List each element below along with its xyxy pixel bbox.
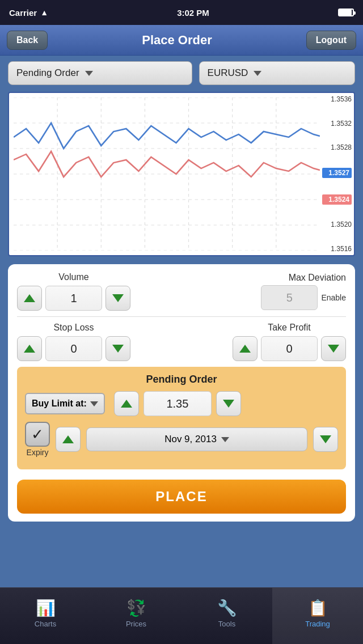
arrow-up-icon <box>239 345 251 353</box>
arrow-down-icon <box>112 294 124 302</box>
take-profit-group: Take Profit <box>233 323 346 361</box>
battery-icon <box>338 9 354 16</box>
volume-label: Volume <box>58 272 88 282</box>
pending-order-section: Pending Order Buy Limit at: ✓ <box>17 367 346 469</box>
arrow-up-icon <box>24 294 35 302</box>
arrow-up-icon <box>121 400 132 408</box>
expiry-checkbox-container: ✓ Expiry <box>25 422 50 457</box>
volume-stepper <box>17 286 130 311</box>
logout-button[interactable]: Logout <box>306 31 356 50</box>
stop-loss-up-button[interactable] <box>17 336 42 361</box>
chart-label-ask: 1.3527 <box>322 168 352 178</box>
arrow-down-icon <box>320 435 331 443</box>
status-bar: Carrier ▲ 3:02 PM <box>0 0 363 25</box>
tab-trading-label: Trading <box>305 620 330 628</box>
prices-icon: 💱 <box>126 599 146 617</box>
date-chevron-down-icon <box>221 437 229 442</box>
chart-labels: 1.3536 1.3532 1.3528 1.3527 1.3524 1.352… <box>320 93 354 255</box>
volume-down-button[interactable] <box>105 286 130 311</box>
page-title: Place Order <box>142 33 212 48</box>
time-label: 3:02 PM <box>177 8 209 18</box>
volume-maxdev-row: Volume Max Deviation Enable <box>17 272 346 311</box>
checkmark-icon: ✓ <box>31 426 44 443</box>
stop-loss-group: Stop Loss <box>17 323 130 361</box>
max-deviation-group: Max Deviation Enable <box>261 273 346 310</box>
tab-tools[interactable]: 🔧 Tools <box>182 588 272 644</box>
take-profit-stepper <box>233 336 346 361</box>
enable-label: Enable <box>321 293 346 302</box>
trading-icon: 📋 <box>308 599 328 617</box>
pending-order-title: Pending Order <box>25 374 338 385</box>
wifi-icon: ▲ <box>40 8 48 17</box>
take-profit-down-button[interactable] <box>321 336 346 361</box>
take-profit-label: Take Profit <box>268 323 311 333</box>
stop-loss-down-button[interactable] <box>105 336 130 361</box>
tab-charts[interactable]: 📊 Charts <box>0 588 91 644</box>
expiry-date-down-button[interactable] <box>313 427 338 452</box>
stop-loss-input[interactable] <box>45 336 102 361</box>
chart-label-3: 1.3528 <box>322 143 352 151</box>
stoploss-takeprofit-row: Stop Loss Take Profit <box>17 323 346 361</box>
chart-label-4: 1.3520 <box>322 221 352 228</box>
nav-bar: Back Place Order Logout <box>0 25 363 56</box>
pending-price-input[interactable] <box>143 391 212 416</box>
expiry-checkbox[interactable]: ✓ <box>25 422 50 447</box>
take-profit-up-button[interactable] <box>233 336 258 361</box>
carrier-label: Carrier ▲ <box>9 8 48 18</box>
take-profit-input[interactable] <box>261 336 318 361</box>
stop-loss-stepper <box>17 336 130 361</box>
volume-up-button[interactable] <box>17 286 42 311</box>
pending-price-up-button[interactable] <box>114 391 139 416</box>
stop-loss-label: Stop Loss <box>53 323 94 333</box>
order-type-chevron-down-icon <box>85 71 93 76</box>
expiry-date-dropdown[interactable]: Nov 9, 2013 <box>86 427 307 451</box>
max-deviation-label: Max Deviation <box>289 273 346 283</box>
symbol-dropdown[interactable]: EURUSD <box>199 61 355 85</box>
tab-prices[interactable]: 💱 Prices <box>91 588 182 644</box>
arrow-down-icon <box>112 345 124 353</box>
chart-label-1: 1.3536 <box>322 95 352 103</box>
expiry-date-up-button[interactable] <box>56 427 81 452</box>
expiry-row: ✓ Expiry Nov 9, 2013 <box>25 422 338 457</box>
charts-icon: 📊 <box>36 599 56 617</box>
tab-bar: 📊 Charts 💱 Prices 🔧 Tools 📋 Trading <box>0 587 363 644</box>
volume-input[interactable] <box>45 286 102 311</box>
expiry-date-label: Nov 9, 2013 <box>164 434 217 445</box>
order-subtype-chevron-down-icon <box>90 401 98 406</box>
arrow-up-icon <box>24 345 35 353</box>
max-deviation-stepper: Enable <box>261 285 346 310</box>
chart-svg <box>14 98 320 251</box>
volume-group: Volume <box>17 272 130 311</box>
order-subtype-dropdown[interactable]: Buy Limit at: <box>25 393 105 414</box>
dropdown-row: Pending Order EURUSD <box>8 61 355 85</box>
tab-charts-label: Charts <box>35 620 56 628</box>
tab-tools-label: Tools <box>218 620 235 628</box>
main-content: Pending Order EURUSD <box>0 56 363 527</box>
pending-order-row: Buy Limit at: <box>25 391 338 416</box>
pending-price-down-button[interactable] <box>216 391 241 416</box>
max-deviation-input <box>261 285 318 310</box>
chart-label-5: 1.3516 <box>322 245 352 253</box>
order-subtype-label: Buy Limit at: <box>32 399 87 409</box>
price-chart: 1.3536 1.3532 1.3528 1.3527 1.3524 1.352… <box>8 92 355 256</box>
tab-trading[interactable]: 📋 Trading <box>272 588 363 644</box>
place-order-button[interactable]: PLACE <box>17 480 346 514</box>
arrow-up-icon <box>62 435 74 443</box>
expiry-label: Expiry <box>27 448 49 457</box>
symbol-chevron-down-icon <box>254 71 261 76</box>
arrow-down-icon <box>328 345 339 353</box>
chart-label-bid: 1.3524 <box>322 194 352 205</box>
tab-prices-label: Prices <box>126 620 146 628</box>
order-type-dropdown[interactable]: Pending Order <box>8 61 192 85</box>
arrow-down-icon <box>223 400 234 408</box>
chart-label-2: 1.3532 <box>322 120 352 128</box>
back-button[interactable]: Back <box>7 31 48 50</box>
form-section: Volume Max Deviation Enable <box>8 264 355 522</box>
tools-icon: 🔧 <box>217 599 237 617</box>
